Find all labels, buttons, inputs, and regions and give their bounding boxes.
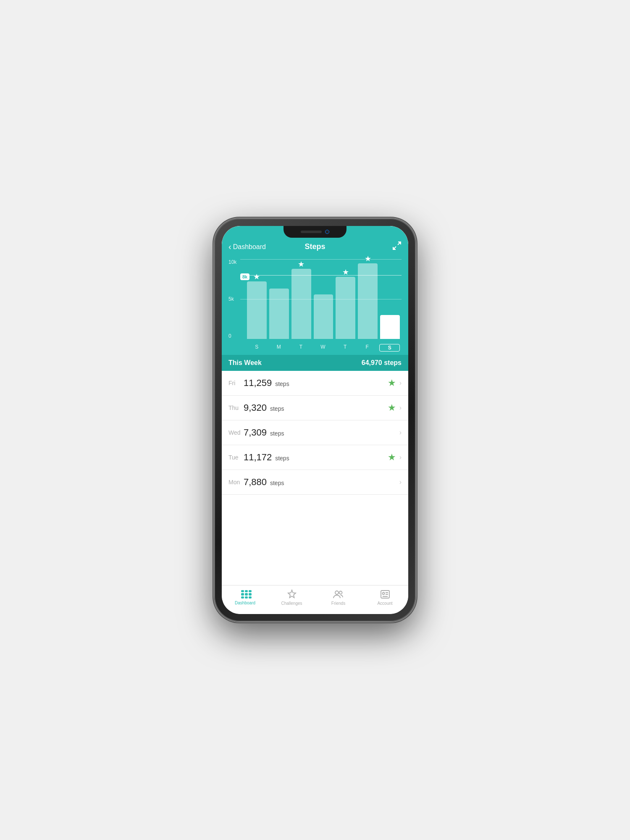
svg-marker-2 (288, 590, 296, 598)
day-row-thu[interactable]: Thu 9,320 steps ★ › (222, 396, 408, 420)
day-chevron-thu: › (399, 404, 402, 412)
y-axis-labels: 10k 5k 0 (228, 259, 236, 339)
day-label-wed: Wed (228, 429, 244, 436)
bar-friday-fill: ★ (358, 263, 378, 339)
day-steps-wed: 7,309 steps (244, 427, 399, 438)
tab-friends[interactable]: Friends (315, 589, 362, 606)
bar-monday-fill (269, 289, 289, 339)
tab-account[interactable]: Account (362, 589, 408, 606)
bar-wednesday-fill (314, 294, 333, 339)
day-row-tue[interactable]: Tue 11,172 steps ★ › (222, 445, 408, 470)
bar-wednesday (314, 259, 333, 339)
page-title: Steps (304, 242, 325, 251)
bar-saturday (380, 259, 400, 339)
notch (284, 226, 346, 238)
tab-dashboard-label: Dashboard (235, 601, 255, 605)
day-steps-fri: 11,259 steps (244, 378, 388, 388)
day-label-thu: Thu (228, 404, 244, 411)
week-summary: This Week 64,970 steps (222, 355, 408, 371)
tab-challenges[interactable]: Challenges (268, 589, 315, 606)
list-area: Fri 11,259 steps ★ › Thu 9,320 steps ★ › (222, 371, 408, 585)
x-label-mon: M (269, 344, 289, 352)
bar-monday (269, 259, 289, 339)
y-label-5k: 5k (228, 296, 236, 302)
day-chevron-fri: › (399, 379, 402, 387)
day-row-wed[interactable]: Wed 7,309 steps › (222, 420, 408, 445)
bar-friday-star: ★ (365, 254, 371, 263)
bar-thursday: ★ (336, 259, 355, 339)
tab-bar: Dashboard Challenges (222, 585, 408, 614)
bar-tuesday-fill: ★ (291, 269, 311, 339)
bars-container: ★ ★ (245, 259, 402, 339)
nav-bar: ‹ Dashboard Steps (222, 239, 408, 256)
nav-title: Steps (304, 242, 325, 251)
day-steps-unit-wed: steps (268, 430, 284, 437)
week-steps: 64,970 steps (362, 359, 402, 367)
day-steps-unit-tue: steps (273, 455, 289, 462)
tab-challenges-label: Challenges (281, 601, 302, 606)
tab-dashboard[interactable]: Dashboard (222, 589, 268, 605)
x-label-wed: W (313, 344, 333, 352)
expand-button[interactable] (392, 241, 402, 252)
bar-friday: ★ (358, 259, 378, 339)
y-label-0: 0 (228, 333, 236, 339)
x-label-sun: S (247, 344, 267, 352)
tab-account-label: Account (377, 601, 392, 606)
chart-area: 8k 10k 5k 0 ★ (222, 256, 408, 352)
day-chevron-mon: › (399, 478, 402, 486)
tab-friends-label: Friends (331, 601, 345, 606)
x-axis-labels: S M T W T F S (245, 344, 402, 352)
day-steps-unit-mon: steps (268, 480, 284, 486)
bar-thursday-star: ★ (342, 268, 349, 277)
day-steps-thu: 9,320 steps (244, 402, 388, 413)
day-chevron-wed: › (399, 429, 402, 436)
back-chevron-icon: ‹ (228, 242, 231, 252)
x-label-fri: F (357, 344, 377, 352)
bar-sunday-star: ★ (253, 272, 260, 281)
bar-thursday-fill: ★ (336, 277, 355, 339)
day-label-tue: Tue (228, 454, 244, 461)
day-label-fri: Fri (228, 380, 244, 386)
day-steps-unit-thu: steps (268, 405, 284, 412)
y-label-10k: 10k (228, 259, 236, 265)
front-camera (325, 230, 329, 234)
day-star-fri: ★ (388, 378, 396, 388)
bar-saturday-fill (380, 315, 400, 339)
svg-point-3 (335, 591, 339, 594)
chart-container: 8k 10k 5k 0 ★ (228, 259, 402, 352)
x-label-thu: T (335, 344, 355, 352)
bar-sunday-fill: ★ (247, 281, 267, 339)
day-steps-tue: 11,172 steps (244, 452, 388, 463)
screen-content: ‹ Dashboard Steps (222, 226, 408, 614)
svg-point-4 (339, 591, 342, 594)
back-button[interactable]: ‹ Dashboard (228, 242, 266, 252)
day-label-mon: Mon (228, 479, 244, 486)
x-label-tue: T (291, 344, 311, 352)
day-star-tue: ★ (388, 452, 396, 463)
phone-wrapper: ‹ Dashboard Steps (214, 218, 416, 622)
day-row-fri[interactable]: Fri 11,259 steps ★ › (222, 371, 408, 396)
back-label: Dashboard (233, 243, 266, 251)
bar-tuesday: ★ (291, 259, 311, 339)
day-row-mon[interactable]: Mon 7,880 steps › (222, 470, 408, 495)
day-steps-unit-fri: steps (273, 381, 289, 387)
week-label: This Week (228, 359, 262, 367)
day-steps-mon: 7,880 steps (244, 477, 399, 488)
day-chevron-tue: › (399, 454, 402, 461)
x-label-sat-active: S (379, 344, 400, 352)
day-star-thu: ★ (388, 402, 396, 413)
speaker (301, 231, 322, 233)
bar-tuesday-star: ★ (298, 260, 304, 269)
svg-point-6 (382, 593, 384, 595)
phone-screen: ‹ Dashboard Steps (222, 226, 408, 614)
bar-sunday: ★ (247, 259, 267, 339)
header-area: ‹ Dashboard Steps (222, 226, 408, 371)
power-button (416, 307, 417, 344)
